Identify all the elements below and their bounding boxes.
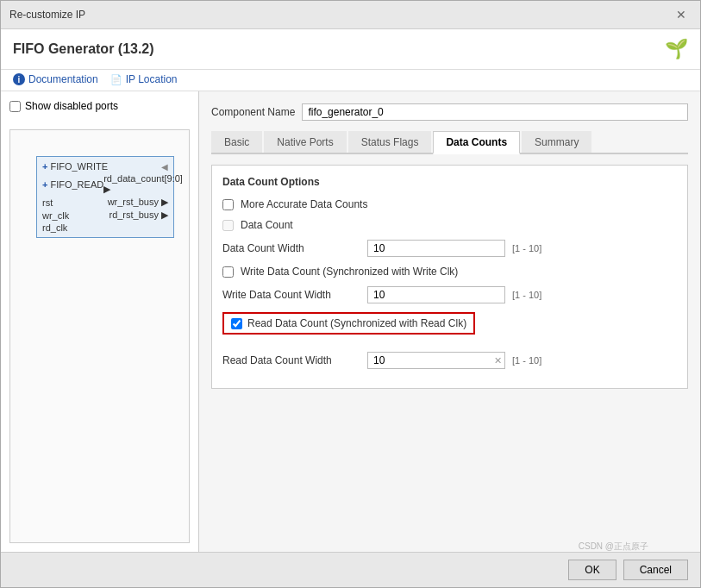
data-count-row: Data Count	[222, 219, 677, 231]
more-accurate-row: More Accurate Data Counts	[222, 198, 677, 210]
tab-native-ports-label: Native Ports	[277, 136, 333, 148]
tabs: Basic Native Ports Status Flags Data Cou…	[211, 131, 688, 154]
write-data-count-row: Write Data Count (Synchronized with Writ…	[222, 266, 677, 278]
close-button[interactable]: ✕	[671, 6, 692, 23]
content-area: Show disabled ports + FIFO_WRITE ◀ +	[1, 91, 700, 552]
clear-icon[interactable]: ✕	[494, 355, 502, 366]
doc-label: Documentation	[28, 73, 98, 85]
tab-basic-label: Basic	[224, 136, 249, 148]
port-row-fifo-write: + FIFO_WRITE ◀	[42, 160, 168, 172]
logo-icon: 🌱	[665, 38, 688, 60]
read-data-count-label: Read Data Count (Synchronized with Read …	[247, 317, 466, 329]
signal-wr-rst-busy: wr_rst_busy ▶	[108, 197, 168, 208]
read-data-count-highlighted-container: Read Data Count (Synchronized with Read …	[222, 312, 677, 343]
write-data-count-width-row: Write Data Count Width [1 - 10]	[222, 286, 677, 303]
read-data-count-width-range: [1 - 10]	[512, 355, 541, 366]
data-count-checkbox[interactable]	[222, 220, 234, 231]
info-icon: i	[13, 73, 25, 85]
data-count-width-range: [1 - 10]	[512, 243, 541, 253]
read-data-count-width-label: Read Data Count Width	[222, 354, 360, 366]
read-data-count-width-row: Read Data Count Width ✕ [1 - 10]	[222, 352, 677, 369]
port-name-rst: rst	[42, 197, 53, 208]
write-data-count-checkbox[interactable]	[222, 266, 234, 278]
tab-status-flags[interactable]: Status Flags	[348, 131, 432, 153]
data-count-width-label: Data Count Width	[222, 242, 360, 254]
write-data-count-width-input[interactable]	[367, 286, 505, 303]
port-box: + FIFO_WRITE ◀ + FIFO_READ rd_data_count…	[36, 156, 174, 238]
show-disabled-row: Show disabled ports	[9, 100, 190, 112]
component-name-row: Component Name	[211, 103, 688, 121]
write-data-count-width-label: Write Data Count Width	[222, 289, 360, 301]
signal-rd-rst-busy: rd_rst_busy ▶	[109, 210, 168, 221]
port-name-wr-clk: wr_clk	[42, 210, 69, 221]
section-title: Data Count Options	[222, 176, 677, 188]
watermark: CSDN @正点原子	[579, 541, 648, 553]
data-count-width-row: Data Count Width [1 - 10]	[222, 240, 677, 257]
data-count-label: Data Count	[241, 219, 293, 231]
port-name-fifo-write: FIFO_WRITE	[50, 161, 108, 172]
component-name-input[interactable]	[302, 103, 688, 121]
show-disabled-checkbox[interactable]	[9, 101, 21, 112]
tab-summary[interactable]: Summary	[522, 131, 591, 153]
port-row-rd-clk: rd_clk	[42, 222, 168, 234]
location-label: IP Location	[126, 73, 178, 85]
read-data-count-width-input[interactable]	[367, 352, 505, 369]
tab-basic[interactable]: Basic	[211, 131, 262, 153]
write-data-count-width-range: [1 - 10]	[512, 290, 541, 300]
header: FIFO Generator (13.2) 🌱	[1, 29, 700, 70]
more-accurate-checkbox[interactable]	[222, 199, 234, 210]
title-bar-text: Re-customize IP	[9, 9, 85, 21]
right-panel: Component Name Basic Native Ports Status…	[199, 91, 700, 552]
arrow-fifo-write: ◀	[161, 162, 168, 172]
read-data-count-row: Read Data Count (Synchronized with Read …	[222, 312, 475, 335]
tab-status-flags-label: Status Flags	[361, 136, 419, 148]
read-data-count-checkbox[interactable]	[231, 318, 242, 329]
data-count-width-input[interactable]	[367, 240, 505, 257]
port-row-wr-clk: wr_clk rd_rst_busy ▶	[42, 209, 168, 222]
tab-summary-label: Summary	[535, 136, 579, 148]
tab-native-ports[interactable]: Native Ports	[264, 131, 346, 153]
left-panel: Show disabled ports + FIFO_WRITE ◀ +	[1, 91, 199, 552]
port-row-rst: rst wr_rst_busy ▶	[42, 196, 168, 209]
tab-data-counts-label: Data Counts	[446, 136, 507, 148]
port-diagram: + FIFO_WRITE ◀ + FIFO_READ rd_data_count…	[9, 129, 190, 543]
port-name-rd-clk: rd_clk	[42, 222, 67, 233]
component-name-label: Component Name	[211, 106, 295, 118]
title-bar-left: Re-customize IP	[9, 9, 85, 21]
port-row-fifo-read: + FIFO_READ rd_data_count[9:0] ▶	[42, 172, 168, 196]
ok-button[interactable]: OK	[568, 560, 616, 580]
more-accurate-label: More Accurate Data Counts	[241, 198, 367, 210]
port-name-fifo-read: FIFO_READ	[50, 179, 103, 190]
footer: OK Cancel	[1, 552, 700, 587]
show-disabled-label: Show disabled ports	[25, 100, 118, 112]
section-box: Data Count Options More Accurate Data Co…	[211, 165, 688, 389]
read-data-count-width-field: ✕	[367, 352, 505, 369]
ip-location-link[interactable]: 📄 IP Location	[110, 73, 178, 85]
write-data-count-label: Write Data Count (Synchronized with Writ…	[241, 266, 458, 278]
cancel-button[interactable]: Cancel	[623, 560, 688, 580]
location-icon: 📄	[110, 74, 122, 85]
signal-rd-data-count: rd_data_count[9:0] ▶	[103, 173, 183, 195]
app-title: FIFO Generator (13.2)	[13, 41, 154, 57]
plus-icon-fifo-read: +	[42, 179, 47, 190]
documentation-link[interactable]: i Documentation	[13, 73, 98, 85]
toolbar: i Documentation 📄 IP Location	[1, 70, 700, 91]
title-bar: Re-customize IP ✕	[1, 1, 700, 29]
tab-data-counts[interactable]: Data Counts	[433, 131, 520, 154]
main-dialog: Re-customize IP ✕ FIFO Generator (13.2) …	[0, 0, 701, 588]
plus-icon-fifo-write: +	[42, 161, 47, 172]
